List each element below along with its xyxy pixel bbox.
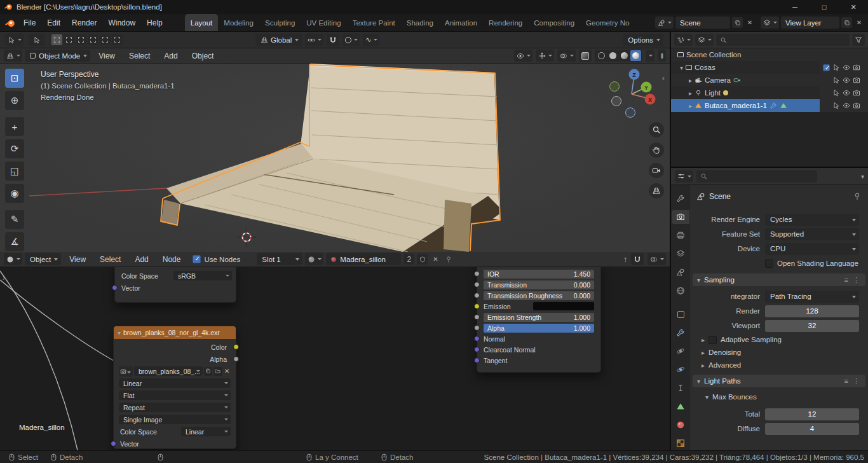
remove-view-layer-button[interactable] xyxy=(854,18,864,28)
outliner-row-butaca-madera[interactable]: Butaca_madera1-1 xyxy=(671,99,868,112)
denoising-subpanel[interactable]: Denoising xyxy=(690,347,868,358)
tab-output[interactable] xyxy=(672,228,689,242)
properties-search[interactable] xyxy=(696,170,817,183)
material-slot-select[interactable]: Slot 1 xyxy=(257,253,302,265)
scene-name-field[interactable]: Scene xyxy=(675,17,730,29)
outliner-search[interactable] xyxy=(716,34,850,46)
blender-logo-icon[interactable] xyxy=(5,18,15,28)
total-bounces-field[interactable]: 12 xyxy=(765,408,859,420)
shader-menu-select[interactable]: Select xyxy=(94,252,126,266)
browse-material-button[interactable] xyxy=(305,253,323,265)
outliner-filter-button[interactable] xyxy=(852,34,865,46)
perspective-toggle-button[interactable] xyxy=(649,183,664,198)
close-button[interactable]: ✕ xyxy=(839,0,868,14)
pan-button[interactable] xyxy=(649,142,664,158)
diffuse-bounces-field[interactable]: 4 xyxy=(765,423,859,435)
region-expand-icon[interactable]: › xyxy=(3,273,5,282)
menu-edit[interactable]: Edit xyxy=(41,14,66,31)
tab-physics[interactable] xyxy=(672,363,689,377)
new-scene-button[interactable] xyxy=(732,17,743,28)
editor-type-button[interactable] xyxy=(5,34,24,46)
workspace-tab-shading[interactable]: Shading xyxy=(401,14,439,31)
transmission-slider[interactable]: Transmission0.000 xyxy=(484,280,594,289)
selectable-icon[interactable] xyxy=(832,102,840,109)
interpolation-select[interactable]: Linear xyxy=(119,378,231,388)
source-select[interactable]: Single Image xyxy=(119,415,231,424)
tab-view-layer[interactable] xyxy=(672,247,689,261)
node-principled-bsdf[interactable]: IOR1.450 Transmission0.000 Transmission … xyxy=(477,267,601,373)
emission-strength-input-socket[interactable] xyxy=(474,314,480,320)
node-image-texture[interactable]: brown_planks_08_nor_gl_4k.exr Color Alph… xyxy=(113,326,236,449)
proportional-editing-button[interactable] xyxy=(342,34,360,46)
properties-options-icon[interactable] xyxy=(861,172,864,181)
workspace-tab-compositing[interactable]: Compositing xyxy=(528,14,580,31)
vector-input-socket[interactable] xyxy=(112,285,118,291)
menu-help[interactable]: Help xyxy=(141,14,168,31)
selectable-icon[interactable] xyxy=(832,89,840,97)
menu-window[interactable]: Window xyxy=(102,14,141,31)
transform-orientation-select[interactable]: Global xyxy=(255,34,302,46)
viewport-samples-field[interactable]: 32 xyxy=(765,320,859,332)
browse-image-button[interactable] xyxy=(119,366,133,377)
viewport-editor-type-button[interactable] xyxy=(4,50,22,62)
workspace-tab-geometry-nodes[interactable]: Geometry Nod xyxy=(580,14,630,31)
shading-options-button[interactable] xyxy=(646,50,654,62)
pin-icon[interactable] xyxy=(853,192,862,201)
shader-menu-view[interactable]: View xyxy=(64,252,92,266)
viewport-menu-object[interactable]: Object xyxy=(186,48,220,63)
node-canvas[interactable]: › Color Space sRGB Vector brown_planks_0… xyxy=(0,267,670,450)
snap-toggle-button[interactable] xyxy=(327,34,339,46)
new-view-layer-button[interactable] xyxy=(841,17,852,28)
extension-select[interactable]: Repeat xyxy=(119,403,231,412)
workspace-tab-rendering[interactable]: Rendering xyxy=(483,14,528,31)
unlink-material-button[interactable] xyxy=(430,254,440,265)
sampling-panel-header[interactable]: Sampling ≡ ⋮ xyxy=(693,273,865,286)
unlink-image-button[interactable] xyxy=(224,366,231,377)
outliner-search-input[interactable] xyxy=(729,36,846,44)
select-mode-difference-button[interactable] xyxy=(112,34,123,45)
shading-solid-button[interactable] xyxy=(607,50,618,61)
camera-view-button[interactable] xyxy=(649,163,664,178)
tab-world[interactable] xyxy=(672,284,689,298)
alpha-output-socket[interactable] xyxy=(233,356,239,362)
workspace-tab-layout[interactable]: Layout xyxy=(185,14,219,31)
max-bounces-subpanel[interactable]: Max Bounces xyxy=(690,391,868,403)
object-visibility-button[interactable] xyxy=(514,50,532,62)
image-name-field[interactable]: brown_planks_08_... xyxy=(134,366,203,376)
selectable-icon[interactable] xyxy=(832,76,840,84)
workspace-tab-texture-paint[interactable]: Texture Paint xyxy=(347,14,401,31)
tool-measure[interactable]: ∡ xyxy=(5,232,24,251)
advanced-subpanel[interactable]: Advanced xyxy=(690,359,868,371)
integrator-select[interactable]: Path Tracing xyxy=(765,291,859,303)
viewport-menu-add[interactable]: Add xyxy=(158,48,183,63)
xray-toggle-button[interactable] xyxy=(579,50,592,62)
tab-object-data[interactable] xyxy=(672,399,689,413)
workspace-tab-uv-editing[interactable]: UV Editing xyxy=(301,14,346,31)
light-paths-panel-header[interactable]: Light Paths ≡ ⋮ xyxy=(693,375,865,387)
render-engine-select[interactable]: Cycles xyxy=(765,214,859,226)
render-visibility-icon[interactable] xyxy=(853,64,860,71)
unlink-scene-button[interactable] xyxy=(745,18,755,28)
select-mode-invert-button[interactable] xyxy=(88,34,98,45)
select-mode-new-button[interactable] xyxy=(51,34,62,45)
shader-menu-add[interactable]: Add xyxy=(129,252,154,266)
workspace-tab-sculpting[interactable]: Sculpting xyxy=(259,14,301,31)
use-nodes-toggle[interactable]: Use Nodes xyxy=(193,255,240,263)
emission-color-field[interactable] xyxy=(533,302,594,310)
disclosure-icon[interactable] xyxy=(689,89,692,97)
panel-menu-icons[interactable]: ≡ ⋮ xyxy=(844,276,861,284)
render-visibility-icon[interactable] xyxy=(853,76,860,84)
outliner-editor-type-button[interactable] xyxy=(674,34,693,46)
workspace-tab-animation[interactable]: Animation xyxy=(439,14,483,31)
view-layer-browse-button[interactable] xyxy=(761,17,779,29)
adaptive-sampling-subpanel[interactable]: Adaptive Sampling xyxy=(690,334,868,345)
snap-target-button[interactable] xyxy=(305,34,323,46)
shader-overlay-button[interactable] xyxy=(648,253,666,265)
outliner-row-light[interactable]: Light xyxy=(671,86,868,99)
viewport-menu-view[interactable]: View xyxy=(93,48,121,63)
hide-eye-icon[interactable] xyxy=(843,102,850,109)
hide-eye-icon[interactable] xyxy=(843,76,850,84)
tab-constraints[interactable] xyxy=(672,381,689,395)
shader-editor-type-button[interactable] xyxy=(4,253,22,265)
ior-input-socket[interactable] xyxy=(474,271,480,277)
